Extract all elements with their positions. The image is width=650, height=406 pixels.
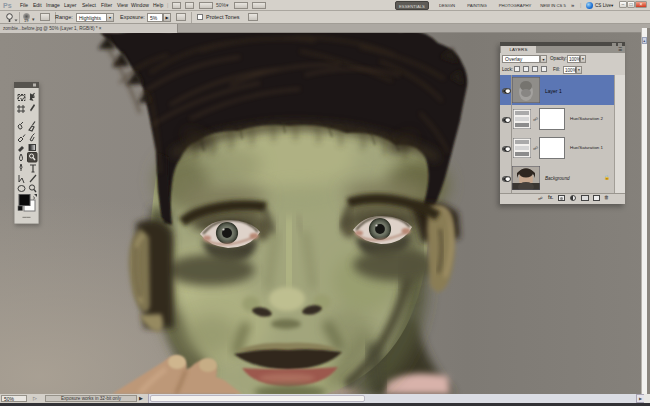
svg-text:▬▬: ▬▬ (23, 214, 31, 219)
